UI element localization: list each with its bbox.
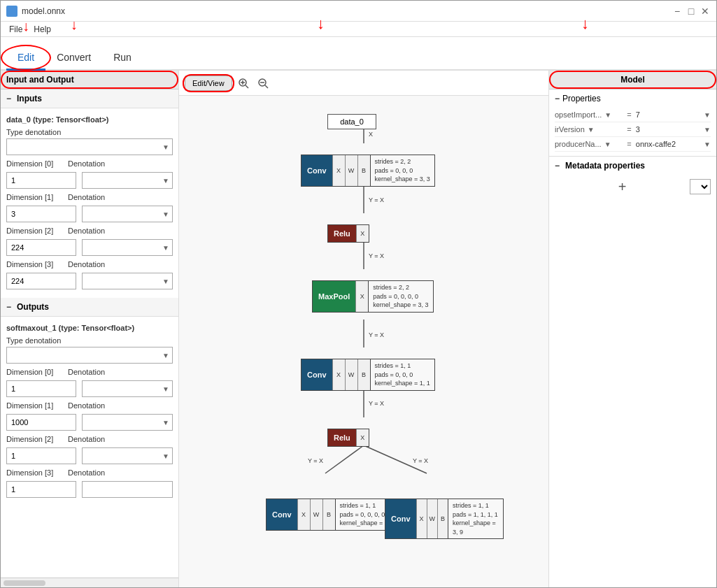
out-dim-1-denotation[interactable] xyxy=(83,418,159,426)
minimize-button[interactable]: − xyxy=(672,6,683,17)
conv4-port-w: W xyxy=(427,499,437,538)
dim-2-denotation-select-wrapper[interactable]: ▼ xyxy=(82,239,173,256)
dim-0-denotation-select-wrapper[interactable]: ▼ xyxy=(82,172,173,189)
out-dim-0-row: Dimension [0] Denotation xyxy=(6,368,173,376)
dim-1-arrow: ▼ xyxy=(159,210,172,218)
out-dim-3-denotation[interactable] xyxy=(83,485,172,494)
toolbar: ↓ ↓ Edit ↓ Convert ↓ Run xyxy=(1,37,716,71)
type-denotation-label: Type denotation xyxy=(6,128,173,136)
left-panel-scrollbar[interactable] xyxy=(1,578,178,587)
conv2-label: Conv xyxy=(301,359,332,390)
prop-irversion-val: 3 xyxy=(636,125,704,134)
dim-2-value[interactable] xyxy=(6,239,76,256)
out-dim-3-value[interactable] xyxy=(6,481,76,498)
prop-producer-expand[interactable]: ▼ xyxy=(604,141,611,148)
type-denotation-input-arrow: ▼ xyxy=(159,143,172,151)
dim-0-denotation-label: Denotation xyxy=(68,159,110,168)
prop-opset-expand[interactable]: ▼ xyxy=(604,111,611,119)
title-bar-left: model.onnx xyxy=(6,6,65,17)
dim-1-denotation[interactable] xyxy=(83,210,159,218)
out-dim-2-denotation[interactable] xyxy=(83,452,159,460)
output-name: softmaxout_1 (type: Tensor<float>) xyxy=(6,324,173,332)
inputs-header: − Inputs xyxy=(1,89,178,108)
node-relu1[interactable]: Relu X xyxy=(327,224,369,243)
dim-3-denotation[interactable] xyxy=(83,277,159,285)
properties-collapse-icon[interactable]: − xyxy=(555,94,560,103)
edit-view-button[interactable]: Edit/View xyxy=(185,76,232,91)
prop-irversion-arrow[interactable]: ▼ xyxy=(704,126,711,134)
conv2-port-w: W xyxy=(345,359,357,390)
tab-run[interactable]: Run xyxy=(102,46,143,71)
out-dim-3-inputs xyxy=(6,481,173,498)
arrow-edit-top: ↓ xyxy=(22,18,29,34)
inputs-collapse-icon[interactable]: − xyxy=(6,94,11,103)
out-dim-2-inputs: ▼ xyxy=(6,447,173,464)
tab-convert[interactable]: Convert ↓ xyxy=(45,46,102,71)
node-conv1[interactable]: Conv X W B strides = 2, 2pads = 0, 0, 0k… xyxy=(301,155,435,187)
node-relu2[interactable]: Relu X xyxy=(327,429,369,447)
dim-1-value[interactable] xyxy=(6,206,76,222)
zoom-in-button[interactable] xyxy=(235,75,252,92)
dim-0-value[interactable] xyxy=(6,172,76,189)
metadata-title: Metadata properties xyxy=(565,161,645,171)
center-panel: ↓ Edit/View xyxy=(179,71,548,587)
conv4-label: Conv xyxy=(385,499,416,538)
node-data-0[interactable]: data_0 xyxy=(327,114,376,129)
add-metadata-button[interactable]: + xyxy=(555,176,690,197)
close-button[interactable]: ✕ xyxy=(700,6,711,17)
out-dim-2-arrow: ▼ xyxy=(159,452,172,460)
zoom-out-button[interactable] xyxy=(255,75,271,92)
node-conv3[interactable]: Conv X W B strides = 1, 1pads = 0, 0, 0,… xyxy=(266,499,400,531)
metadata-section: − Metadata properties + ▼ xyxy=(549,156,716,201)
dim-2-label: Dimension [2] xyxy=(6,227,62,235)
maxpool1-details: strides = 2, 2pads = 0, 0, 0, 0kernel_sh… xyxy=(368,281,432,312)
prop-irversion: irVersion ▼ = 3 ▼ xyxy=(555,122,711,137)
out-dim-2-row: Dimension [2] Denotation xyxy=(6,435,173,443)
prop-opset-arrow[interactable]: ▼ xyxy=(704,111,711,119)
inputs-title: Inputs xyxy=(17,94,42,103)
maximize-button[interactable]: □ xyxy=(686,6,697,17)
out-dim-3-denotation-label: Denotation xyxy=(68,468,110,477)
outputs-content: softmaxout_1 (type: Tensor<float>) Type … xyxy=(1,317,178,506)
metadata-header: − Metadata properties xyxy=(555,161,711,171)
out-dim-1-denotation-select-wrapper[interactable]: ▼ xyxy=(82,414,173,431)
prop-producer-arrow[interactable]: ▼ xyxy=(704,141,711,148)
out-dim-2-value[interactable] xyxy=(6,447,76,464)
output-type-denotation[interactable] xyxy=(7,351,159,359)
out-dim-2-denotation-select-wrapper[interactable]: ▼ xyxy=(82,447,173,464)
prop-irversion-expand[interactable]: ▼ xyxy=(588,126,595,134)
node-conv4[interactable]: Conv X W B strides = 1, 1pads = 1, 1, 1,… xyxy=(385,499,504,539)
out-dim-3-row: Dimension [3] Denotation xyxy=(6,468,173,477)
dim-1-denotation-select-wrapper[interactable]: ▼ xyxy=(82,206,173,222)
type-denotation-input[interactable] xyxy=(7,143,159,151)
out-dim-0-denotation-select-wrapper[interactable]: ▼ xyxy=(82,380,173,397)
input-name: data_0 (type: Tensor<float>) xyxy=(6,115,173,124)
conv1-port-b: B xyxy=(357,155,370,186)
window-title: model.onnx xyxy=(22,6,65,16)
menu-help[interactable]: Help xyxy=(28,23,57,36)
dim-1-denotation-label: Denotation xyxy=(68,193,110,201)
out-dim-1-denotation-label: Denotation xyxy=(68,401,110,410)
node-maxpool1[interactable]: MaxPool X strides = 2, 2pads = 0, 0, 0, … xyxy=(312,280,434,313)
prop-producer-eq: = xyxy=(623,140,635,148)
dim-3-value[interactable] xyxy=(6,273,76,289)
out-dim-1-value[interactable] xyxy=(6,414,76,431)
dim-2-denotation[interactable] xyxy=(83,243,159,252)
tab-edit[interactable]: Edit ↓ xyxy=(6,46,45,71)
graph-area[interactable]: X Y = X Y = X Y = X Y = X Y = X Y = X da… xyxy=(179,96,548,587)
node-conv2[interactable]: Conv X W B strides = 1, 1pads = 0, 0, 0k… xyxy=(301,359,435,391)
dim-0-denotation[interactable] xyxy=(83,176,159,185)
svg-line-1 xyxy=(246,85,248,88)
metadata-dropdown[interactable]: ▼ xyxy=(690,179,711,194)
dim-3-denotation-label: Denotation xyxy=(68,260,110,268)
outputs-collapse-icon[interactable]: − xyxy=(6,302,11,312)
dim-3-denotation-select-wrapper[interactable]: ▼ xyxy=(82,273,173,289)
main-layout: ↓ Input and Output − Inputs data_0 (type… xyxy=(1,71,716,587)
type-denotation-input-select[interactable]: ▼ xyxy=(6,138,173,155)
output-type-denotation-select-wrapper[interactable]: ▼ xyxy=(6,347,173,364)
properties-section: − Properties opsetImport... ▼ = 7 ▼ xyxy=(549,89,716,156)
out-dim-0-value[interactable] xyxy=(6,380,76,397)
out-dim-0-denotation[interactable] xyxy=(83,385,159,393)
out-dim-0-inputs: ▼ xyxy=(6,380,173,397)
metadata-collapse-icon[interactable]: − xyxy=(555,161,560,171)
